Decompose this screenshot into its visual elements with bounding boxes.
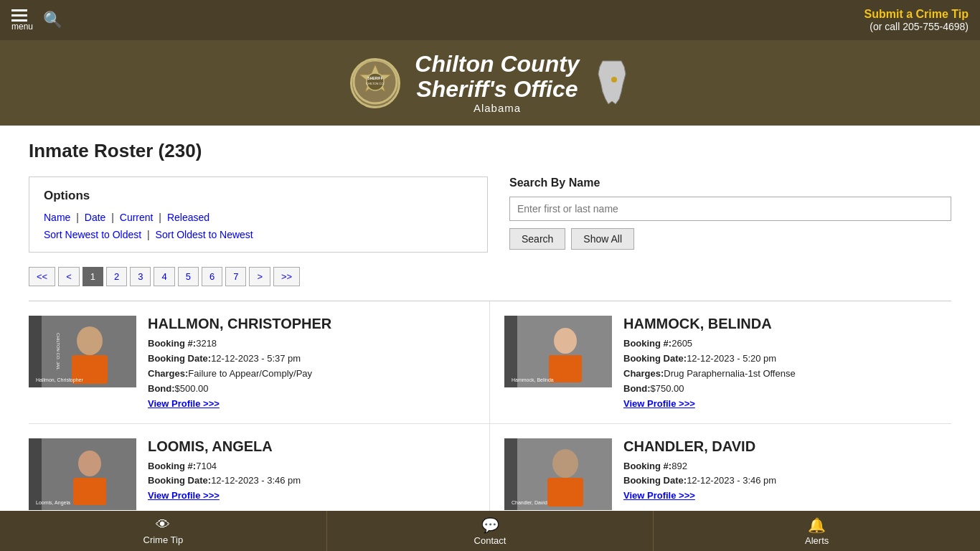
inmate-card: Loomis, Angela LOOMIS, ANGELA Booking #:… <box>29 424 490 525</box>
inmates-grid: CHILTON CO. JAIL Hallmon, Christopher HA… <box>29 301 951 524</box>
inmate-photo: Chandler, David <box>504 438 612 510</box>
svg-point-5 <box>611 77 617 83</box>
svg-point-14 <box>554 328 577 354</box>
alerts-nav[interactable]: 🔔 Alerts <box>654 511 980 540</box>
svg-rect-15 <box>549 355 582 382</box>
filter-released-link[interactable]: Released <box>167 212 209 223</box>
sort-newest-link[interactable]: Sort Newest to Oldest <box>44 229 141 240</box>
page-last[interactable]: >> <box>273 267 300 286</box>
page-6[interactable]: 6 <box>202 267 222 286</box>
svg-text:Loomis, Angela: Loomis, Angela <box>36 500 70 506</box>
page-2[interactable]: 2 <box>106 267 127 286</box>
svg-point-19 <box>78 451 101 476</box>
view-profile-link[interactable]: View Profile >>> <box>623 398 695 409</box>
inmate-booking-num: Booking #:892 <box>623 459 776 474</box>
page-1[interactable]: 1 <box>83 267 103 286</box>
page-5[interactable]: 5 <box>178 267 199 286</box>
inmate-booking-date: Booking Date:12-12-2023 - 5:20 pm <box>623 352 796 367</box>
main-content: Inmate Roster (230) Options Name | Date … <box>0 126 980 539</box>
svg-rect-23 <box>504 438 517 510</box>
options-heading: Options <box>44 189 473 203</box>
search-icon[interactable]: 🔍 <box>43 11 62 29</box>
nav-left: menu 🔍 <box>11 9 62 32</box>
svg-text:Hammock, Belinda: Hammock, Belinda <box>512 377 554 382</box>
page-title: Inmate Roster (230) <box>29 140 951 162</box>
page-3[interactable]: 3 <box>130 267 151 286</box>
inmate-name: LOOMIS, ANGELA <box>148 438 301 455</box>
inmate-booking-date: Booking Date:12-12-2023 - 3:46 pm <box>623 474 776 489</box>
svg-rect-18 <box>29 438 42 510</box>
inmate-booking-num: Booking #:2605 <box>623 336 796 352</box>
photo-placeholder: Hammock, Belinda <box>504 316 612 387</box>
view-profile-link[interactable]: View Profile >>> <box>148 490 220 501</box>
alerts-nav-label: Alerts <box>805 535 829 540</box>
badge-inner: SHERIFF CHILTON CO. <box>352 59 398 107</box>
sort-oldest-link[interactable]: Sort Oldest to Newest <box>156 229 253 240</box>
view-profile-link[interactable]: View Profile >>> <box>623 490 695 501</box>
search-section: Search By Name Search Show All <box>509 176 951 250</box>
inmate-card: Chandler, David CHANDLER, DAVID Booking … <box>490 424 951 525</box>
crime-tip-nav-label: Crime Tip <box>143 534 184 540</box>
contact-nav[interactable]: 💬 Contact <box>327 511 654 540</box>
search-heading: Search By Name <box>509 176 951 189</box>
filter-name-link[interactable]: Name <box>44 212 70 223</box>
options-search-row: Options Name | Date | Current | Released… <box>29 176 951 253</box>
bottom-navigation: 👁 Crime Tip 💬 Contact 🔔 Alerts <box>0 511 980 540</box>
svg-text:Hallmon, Christopher: Hallmon, Christopher <box>36 377 83 383</box>
inmate-card: Hammock, Belinda HAMMOCK, BELINDA Bookin… <box>490 301 951 423</box>
inmate-info: CHANDLER, DAVID Booking #:892 Booking Da… <box>623 438 776 510</box>
inmate-charges: Charges:Failure to Appear/Comply/Pay <box>148 367 331 382</box>
view-profile-link[interactable]: View Profile >>> <box>148 398 220 409</box>
search-button[interactable]: Search <box>509 228 565 250</box>
filter-current-link[interactable]: Current <box>120 212 154 223</box>
crime-tip-link[interactable]: Submit a Crime Tip <box>864 8 969 20</box>
inmate-booking-date: Booking Date:12-12-2023 - 5:37 pm <box>148 352 331 367</box>
inmate-photo: Loomis, Angela <box>29 438 136 510</box>
filter-links: Name | Date | Current | Released <box>44 212 473 223</box>
filter-date-link[interactable]: Date <box>85 212 106 223</box>
crime-tip-icon: 👁 <box>156 517 170 533</box>
menu-button[interactable]: menu <box>11 9 33 32</box>
inmate-card: CHILTON CO. JAIL Hallmon, Christopher HA… <box>29 301 490 423</box>
page-next[interactable]: > <box>249 267 270 286</box>
svg-rect-7 <box>29 316 42 387</box>
page-first[interactable]: << <box>29 267 55 286</box>
office-name-line1: Chilton CountySheriff's Office <box>415 52 579 102</box>
svg-text:CHILTON CO. JAIL: CHILTON CO. JAIL <box>56 333 60 370</box>
svg-text:SHERIFF: SHERIFF <box>368 76 383 80</box>
show-all-button[interactable]: Show All <box>571 228 634 250</box>
page-prev[interactable]: < <box>58 267 80 286</box>
photo-placeholder: Chandler, David <box>504 438 612 510</box>
inmate-booking-num: Booking #:3218 <box>148 336 331 352</box>
nav-right: Submit a Crime Tip (or call 205-755-4698… <box>864 8 969 32</box>
svg-rect-25 <box>547 478 583 507</box>
svg-rect-13 <box>504 316 517 387</box>
alabama-map-icon <box>594 60 630 106</box>
crime-tip-nav[interactable]: 👁 Crime Tip <box>0 511 327 540</box>
page-7[interactable]: 7 <box>225 267 246 286</box>
search-buttons: Search Show All <box>509 228 951 250</box>
office-state: Alabama <box>415 102 579 114</box>
pagination: << < 1 2 3 4 5 6 7 > >> <box>29 267 951 286</box>
inmate-booking-num: Booking #:7104 <box>148 459 301 474</box>
sheriff-badge: SHERIFF CHILTON CO. <box>350 58 400 108</box>
inmate-bond: Bond:$500.00 <box>148 382 331 397</box>
svg-text:CHILTON CO.: CHILTON CO. <box>367 82 385 85</box>
inmate-bond: Bond:$750.00 <box>623 382 796 397</box>
top-navigation: menu 🔍 Submit a Crime Tip (or call 205-7… <box>0 0 980 40</box>
photo-placeholder: CHILTON CO. JAIL Hallmon, Christopher <box>29 316 136 387</box>
contact-nav-label: Contact <box>474 535 507 540</box>
inmate-photo: Hammock, Belinda <box>504 316 612 387</box>
inmate-name: CHANDLER, DAVID <box>623 438 776 455</box>
inmate-info: HAMMOCK, BELINDA Booking #:2605 Booking … <box>623 316 796 408</box>
inmate-booking-date: Booking Date:12-12-2023 - 3:46 pm <box>148 474 301 489</box>
sort-links: Sort Newest to Oldest | Sort Oldest to N… <box>44 229 473 240</box>
page-4[interactable]: 4 <box>154 267 174 286</box>
svg-point-24 <box>552 449 578 478</box>
inmate-charges: Charges:Drug Paraphernalia-1st Offense <box>623 367 796 382</box>
alerts-icon: 🔔 <box>808 517 826 534</box>
name-search-input[interactable] <box>509 197 951 221</box>
inmate-info: HALLMON, CHRISTOPHER Booking #:3218 Book… <box>148 316 331 408</box>
hamburger-icon <box>11 9 33 22</box>
contact-icon: 💬 <box>481 517 499 534</box>
